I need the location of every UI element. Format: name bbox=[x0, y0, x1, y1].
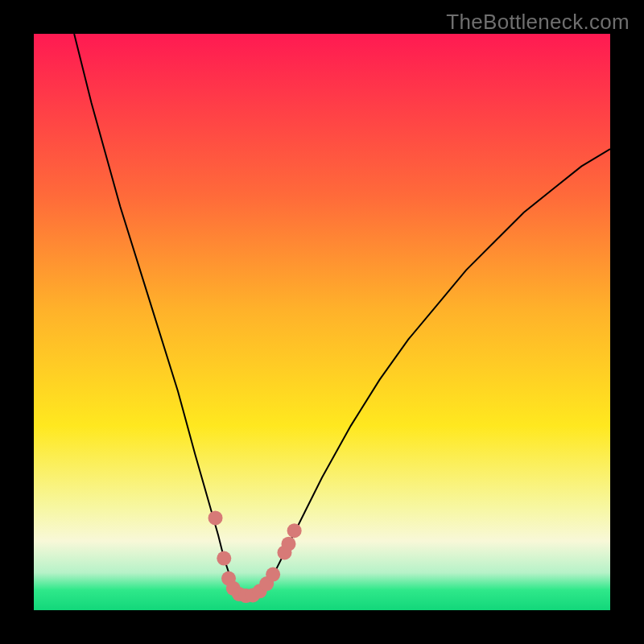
highlight-dot bbox=[266, 568, 280, 582]
plot-area bbox=[34, 34, 610, 610]
watermark-text: TheBottleneck.com bbox=[446, 10, 630, 35]
background-gradient bbox=[34, 34, 610, 610]
highlight-dot bbox=[281, 537, 295, 551]
highlight-dot bbox=[287, 523, 302, 538]
highlight-dot bbox=[208, 510, 223, 525]
highlight-dot bbox=[217, 551, 231, 566]
chart-canvas bbox=[34, 34, 610, 610]
outer-frame: TheBottleneck.com bbox=[0, 0, 644, 644]
